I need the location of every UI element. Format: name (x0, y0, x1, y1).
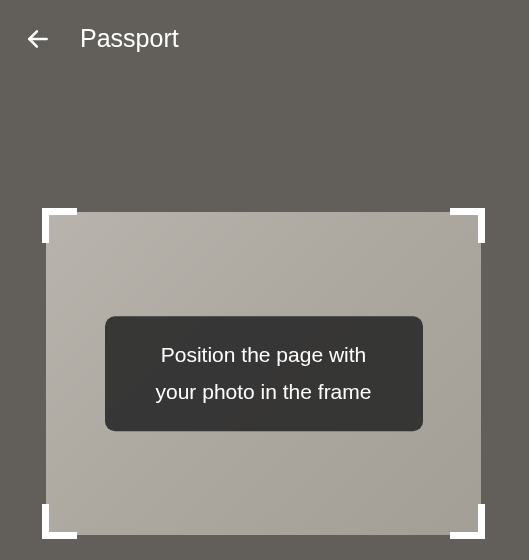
frame-corner-top-left (42, 208, 77, 243)
instruction-text-line1: Position the page with (133, 336, 395, 374)
page-title: Passport (80, 24, 179, 53)
frame-corner-top-right (450, 208, 485, 243)
frame-corner-bottom-right (450, 504, 485, 539)
camera-scan-frame: Position the page with your photo in the… (46, 212, 481, 535)
header: Passport (0, 0, 529, 77)
back-arrow-icon[interactable] (24, 25, 52, 53)
instruction-text-line2: your photo in the frame (133, 374, 395, 412)
instruction-overlay: Position the page with your photo in the… (105, 316, 423, 432)
frame-corner-bottom-left (42, 504, 77, 539)
